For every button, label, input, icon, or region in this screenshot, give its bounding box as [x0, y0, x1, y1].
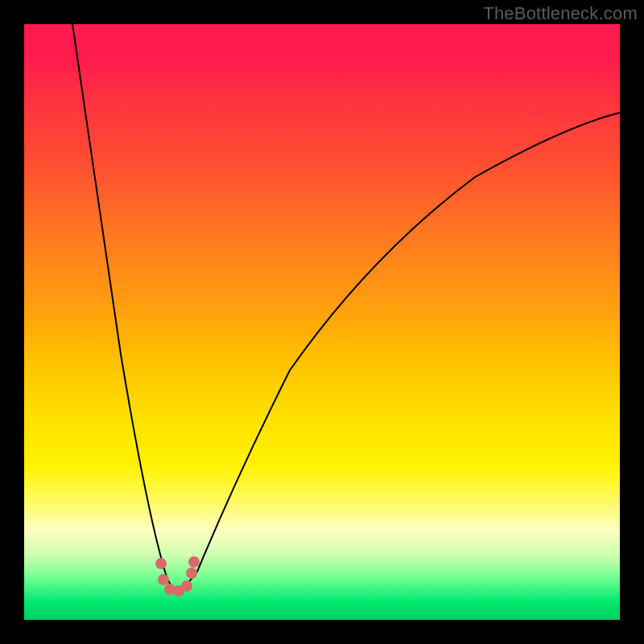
marker-dot — [155, 558, 167, 569]
marker-dot — [188, 556, 200, 568]
marker-dot — [186, 568, 197, 579]
marker-dot — [158, 574, 169, 585]
curve-right-branch — [177, 113, 620, 592]
marker-dot — [181, 580, 192, 592]
curve-left-branch — [72, 24, 177, 592]
watermark-text: TheBottleneck.com — [483, 3, 638, 24]
chart-plot-area — [24, 24, 620, 620]
bottleneck-markers — [155, 556, 200, 597]
bottleneck-curve-svg — [24, 24, 620, 620]
